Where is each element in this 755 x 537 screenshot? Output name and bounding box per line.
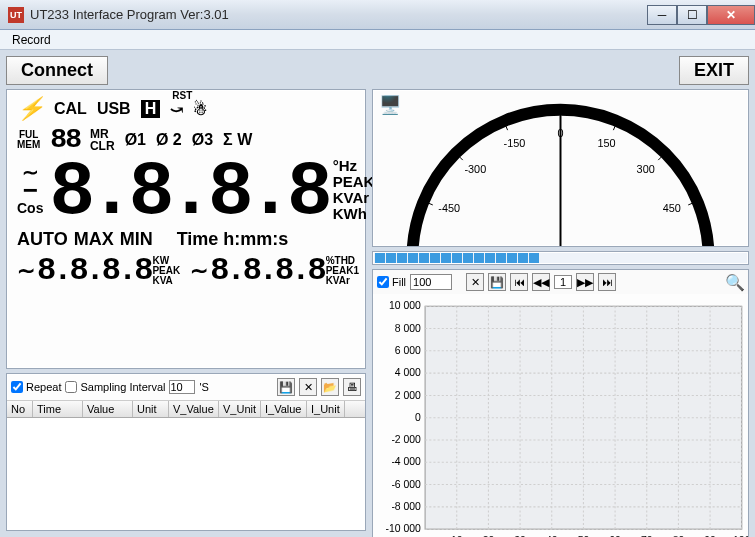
sampling-unit-label: 'S: [199, 381, 208, 393]
lcd-sub2-tilde: ∼: [190, 258, 208, 284]
lcd-rst: RST⤻: [170, 100, 183, 119]
repeat-checkbox[interactable]: Repeat: [11, 381, 61, 393]
analog-gauge: 🖥️ -600-450-300-1500150300450600: [372, 89, 749, 247]
column-header[interactable]: I_Unit: [307, 401, 345, 417]
lcd-min: MIN: [120, 229, 153, 250]
gauge-tick-label: 450: [663, 202, 681, 214]
chart-delete-icon[interactable]: ✕: [466, 273, 484, 291]
progress-segment: [518, 253, 528, 263]
lcd-sub2-digits: 8.8.8.8: [210, 252, 323, 289]
column-header[interactable]: No: [7, 401, 33, 417]
lcd-cal: CAL: [54, 100, 87, 118]
progress-segment: [507, 253, 517, 263]
progress-bar: [372, 251, 749, 265]
lcd-time: Time h:mm:s: [177, 229, 289, 250]
lcd-sub2-u3: KVAr: [326, 276, 359, 286]
lcd-cos: Cos: [17, 199, 43, 217]
nav-first-icon[interactable]: ⏮: [510, 273, 528, 291]
nav-prev-icon[interactable]: ◀◀: [532, 273, 550, 291]
chart-y-tick: -8 000: [391, 501, 421, 512]
chart-y-tick: -4 000: [391, 456, 421, 467]
fill-checkbox[interactable]: Fill: [377, 276, 406, 288]
lcd-sub1-u2: PEAK: [152, 266, 180, 276]
gauge-tick-label: -300: [464, 163, 486, 175]
progress-segment: [430, 253, 440, 263]
progress-segment: [529, 253, 539, 263]
chart-y-tick: 2 000: [395, 390, 421, 401]
window-buttons: ─ ☐ ✕: [647, 5, 755, 25]
lcd-unit-kwh: KWh: [333, 206, 375, 222]
progress-segment: [463, 253, 473, 263]
lcd-h-icon: H: [141, 100, 161, 118]
lcd-o3: Ø3: [192, 131, 213, 149]
lcd-sub1-tilde: ∼: [17, 258, 35, 284]
chart-y-tick: 0: [415, 412, 421, 423]
delete-icon[interactable]: ✕: [299, 378, 317, 396]
column-header[interactable]: Value: [83, 401, 133, 417]
nav-last-icon[interactable]: ⏭: [598, 273, 616, 291]
lcd-o2: Ø 2: [156, 131, 182, 149]
lcd-sub1-u3: KVA: [152, 276, 180, 286]
records-table-header: NoTimeValueUnitV_ValueV_UnitI_ValueI_Uni…: [7, 401, 365, 418]
chart-save-icon[interactable]: 💾: [488, 273, 506, 291]
gauge-tick-label: -450: [438, 202, 460, 214]
lcd-sub2-u2: PEAK1: [326, 266, 359, 276]
titlebar: UT UT233 Interface Program Ver:3.01 ─ ☐ …: [0, 0, 755, 30]
column-header[interactable]: V_Value: [169, 401, 219, 417]
column-header[interactable]: Unit: [133, 401, 169, 417]
progress-segment: [485, 253, 495, 263]
progress-segment: [386, 253, 396, 263]
lcd-ful: FUL: [19, 130, 38, 140]
lcd-auto: AUTO: [17, 229, 68, 250]
nav-next-icon[interactable]: ▶▶: [576, 273, 594, 291]
chart-toolbar: Fill ✕ 💾 ⏮ ◀◀ ▶▶ ⏭ 🔍: [373, 270, 748, 294]
lcd-mem: MEM: [17, 140, 40, 150]
chart-y-tick: 8 000: [395, 323, 421, 334]
lcd-unit-kvar: KVAr: [333, 190, 375, 206]
save-icon[interactable]: 💾: [277, 378, 295, 396]
chart-area[interactable]: -10 000-8 000-6 000-4 000-2 00002 0004 0…: [373, 298, 748, 537]
chart-panel: Fill ✕ 💾 ⏮ ◀◀ ▶▶ ⏭ 🔍 -10 000-8 000-6 000…: [372, 269, 749, 537]
progress-segment: [408, 253, 418, 263]
page-input[interactable]: [554, 275, 572, 289]
connection-icon: 🖥️: [379, 94, 401, 116]
menu-record[interactable]: Record: [4, 31, 59, 49]
minimize-button[interactable]: ─: [647, 5, 677, 25]
bolt-icon: [17, 96, 44, 122]
gauge-tick-label: 300: [637, 163, 655, 175]
lcd-mr: MR: [90, 128, 115, 140]
sampling-checkbox[interactable]: Sampling Interval: [65, 381, 165, 393]
progress-segment: [441, 253, 451, 263]
progress-segment: [419, 253, 429, 263]
progress-segment: [375, 253, 385, 263]
toolbar: Connect EXIT: [6, 56, 749, 85]
print-icon[interactable]: 🖶: [343, 378, 361, 396]
close-button[interactable]: ✕: [707, 5, 755, 25]
menubar: Record: [0, 30, 755, 50]
lcd-sub1-digits: 8.8.8.8: [37, 252, 150, 289]
zoom-input[interactable]: [410, 274, 452, 290]
lcd-unit-peak: PEAK: [333, 174, 375, 190]
progress-segment: [496, 253, 506, 263]
lcd-display: CAL USB H RST⤻ ☃ FUL MEM 88 MR: [6, 89, 366, 369]
records-panel: Repeat Sampling Interval 'S 💾 ✕ 📂 🖶 NoTi…: [6, 373, 366, 531]
sampling-interval-input[interactable]: [169, 380, 195, 394]
chart-y-tick: -10 000: [386, 523, 422, 534]
column-header[interactable]: V_Unit: [219, 401, 261, 417]
zoom-icon[interactable]: 🔍: [726, 273, 744, 291]
column-header[interactable]: Time: [33, 401, 83, 417]
app-icon: UT: [8, 7, 24, 23]
lcd-sumw: Σ W: [223, 131, 252, 149]
column-header[interactable]: I_Value: [261, 401, 307, 417]
lcd-sub2-u1: %THD: [326, 256, 359, 266]
connect-button[interactable]: Connect: [6, 56, 108, 85]
camera-icon: ☃: [193, 100, 207, 119]
lcd-o1: Ø1: [125, 131, 146, 149]
open-icon[interactable]: 📂: [321, 378, 339, 396]
records-toolbar: Repeat Sampling Interval 'S 💾 ✕ 📂 🖶: [7, 374, 365, 401]
lcd-max: MAX: [74, 229, 114, 250]
exit-button[interactable]: EXIT: [679, 56, 749, 85]
records-table-body: [7, 418, 365, 530]
chart-y-tick: 4 000: [395, 367, 421, 378]
maximize-button[interactable]: ☐: [677, 5, 707, 25]
